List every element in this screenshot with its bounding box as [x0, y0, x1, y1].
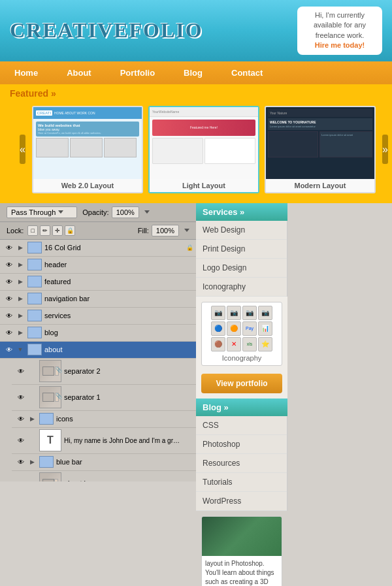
site-logo: CREATIVEFOLIO	[10, 18, 203, 42]
layer-row-blog[interactable]: 👁 ▶ blog	[0, 325, 196, 342]
nav-home[interactable]: Home	[0, 61, 52, 84]
sidebar-item-resources[interactable]: Resources	[196, 454, 287, 473]
hire-text: Hi, I'm currently available for any free…	[314, 11, 366, 39]
layer-row-aboutbg[interactable]: 👁 ▶ about bg	[12, 471, 196, 481]
lock-transparent-btn[interactable]: □	[27, 225, 38, 236]
featured-items: CREATI HOME ABOUT WORK CON We build webs…	[32, 106, 376, 193]
layer-row-services[interactable]: 👁 ▶ services	[0, 308, 196, 325]
layer-row-sep2[interactable]: 👁 ▶ 📎 separator 2	[12, 359, 196, 385]
featured-item-modern[interactable]: Your Nature WELCOME TO YOURNATURE Lorem …	[265, 106, 376, 193]
layer-eye-blog[interactable]: 👁	[3, 326, 16, 339]
layers-lock-row: Lock: □ ✏ ✛ 🔒 Fill: 100%	[0, 222, 196, 240]
icon-x1: ✕	[227, 337, 241, 351]
layer-eye-text[interactable]: 👁	[14, 434, 27, 447]
layer-thumb-16col	[27, 242, 42, 253]
nav-contact[interactable]: Contact	[217, 61, 277, 84]
layer-row-icons[interactable]: 👁 ▶ icons	[12, 411, 196, 428]
layer-row-featured[interactable]: 👁 ▶ featured	[0, 274, 196, 291]
blend-mode-select[interactable]: Pass Through	[7, 206, 77, 218]
layer-eye-bluebar[interactable]: 👁	[14, 455, 27, 468]
layer-row-sep1[interactable]: 👁 ▶ 📎 separator 1	[12, 385, 196, 411]
layer-thumb-featured	[27, 276, 42, 287]
sidebar-item-css[interactable]: CSS	[196, 416, 287, 435]
layer-row-navbar[interactable]: 👁 ▶ navigation bar	[0, 291, 196, 308]
layer-expand-bluebar[interactable]: ▶	[27, 457, 37, 466]
layer-thumb-sep1: 📎	[39, 386, 61, 408]
layer-eye-sep1[interactable]: 👁	[14, 391, 27, 404]
icon-app1: 🔵	[211, 321, 225, 336]
fill-arrow	[184, 229, 189, 232]
layer-eye-about[interactable]: 👁	[3, 343, 16, 356]
featured-item-web20[interactable]: CREATI HOME ABOUT WORK CON We build webs…	[32, 106, 143, 193]
featured-label: Featured »	[10, 88, 56, 99]
fill-value[interactable]: 100%	[152, 225, 179, 236]
layer-expand-featured[interactable]: ▶	[16, 277, 25, 286]
blog-header: Blog »	[196, 399, 287, 416]
layer-expand-icons[interactable]: ▶	[27, 414, 37, 423]
layers-toolbar: Pass Through Opacity: 100%	[0, 203, 196, 222]
layer-name-about: about	[44, 346, 193, 353]
layer-thumb-bluebar	[39, 456, 54, 468]
lock-icons: □ ✏ ✛ 🔒	[27, 225, 75, 236]
nav-blog[interactable]: Blog	[169, 61, 217, 84]
sidebar-item-photoshop[interactable]: Photoshop	[196, 435, 287, 454]
layer-eye-icons[interactable]: 👁	[14, 412, 27, 425]
layer-eye-header[interactable]: 👁	[3, 258, 16, 271]
icon-tbl1: 📊	[258, 321, 272, 336]
layer-expand-navbar[interactable]: ▶	[16, 294, 25, 303]
view-portfolio-btn[interactable]: View portfolio	[201, 374, 282, 393]
lock-position-btn[interactable]: ✛	[52, 225, 63, 236]
layer-eye-featured[interactable]: 👁	[3, 275, 16, 288]
layer-thumb-header	[27, 259, 42, 270]
layer-eye-sep2[interactable]: 👁	[14, 365, 27, 378]
featured-bar: Featured »	[0, 84, 392, 103]
layer-row-text[interactable]: 👁 ▶ T Hi, my name is John Doe and I'm a …	[12, 428, 196, 454]
lock-all-btn[interactable]: 🔒	[65, 225, 75, 236]
layer-eye-16col[interactable]: 👁	[3, 241, 16, 254]
sidebar-item-wordpress[interactable]: WordPress	[196, 492, 287, 511]
layer-thumb-text: T	[39, 429, 61, 451]
featured-item-light[interactable]: YourWebsiteName Featured me Here! Light …	[148, 106, 259, 193]
opacity-group: Opacity: 100%	[82, 206, 150, 218]
main-nav: Home About Portfolio Blog Contact	[0, 61, 392, 84]
layer-name-icons: icons	[56, 415, 193, 423]
icon-grid-title: Iconography	[205, 354, 278, 362]
opacity-value[interactable]: 100%	[112, 206, 139, 218]
sidebar-item-printdesign[interactable]: Print Design	[196, 240, 287, 259]
carousel-next[interactable]: »	[382, 135, 388, 164]
layer-name-bluebar: blue bar	[56, 458, 193, 466]
mock-web20: CREATI HOME ABOUT WORK CON We build webs…	[33, 107, 142, 179]
layer-name-featured: featured	[44, 278, 193, 285]
sidebar-item-iconography[interactable]: Iconography	[196, 278, 287, 297]
layer-expand-blog[interactable]: ▶	[16, 328, 25, 337]
hire-link[interactable]: Hire me today!	[315, 41, 365, 49]
featured-label-light: Light Layout	[150, 179, 258, 192]
layer-row-about[interactable]: 👁 ▼ about	[0, 342, 196, 359]
sidebar-item-logodesign[interactable]: Logo Design	[196, 259, 287, 278]
lock-pixels-btn[interactable]: ✏	[40, 225, 50, 236]
layer-row-bluebar[interactable]: 👁 ▶ blue bar	[12, 454, 196, 471]
sidebar-item-webdesign[interactable]: Web Design	[196, 221, 287, 240]
layer-eye-navbar[interactable]: 👁	[3, 292, 16, 305]
blog-preview: layout in Photoshop. You'll learn about …	[201, 516, 282, 586]
layer-eye-services[interactable]: 👁	[3, 309, 16, 322]
layer-eye-aboutbg[interactable]: 👁	[14, 477, 27, 481]
blend-mode-value: Pass Through	[11, 208, 56, 216]
layer-row-16col[interactable]: 👁 ▶ 16 Col Grid 🔒	[0, 240, 196, 257]
layer-expand-16col[interactable]: ▶	[16, 243, 25, 252]
site-header: CREATIVEFOLIO Hi, I'm currently availabl…	[0, 0, 392, 61]
icon-row-3: 🟤 ✕ xls ⭐	[205, 337, 278, 351]
layer-expand-services[interactable]: ▶	[16, 311, 25, 320]
layer-row-header[interactable]: 👁 ▶ header	[0, 257, 196, 274]
nav-portfolio[interactable]: Portfolio	[106, 61, 169, 84]
services-header: Services »	[196, 203, 287, 221]
layer-name-sep1: separator 1	[64, 393, 193, 401]
carousel-prev[interactable]: «	[20, 135, 25, 164]
sidebar-item-tutorials[interactable]: Tutorials	[196, 473, 287, 492]
featured-label-modern: Modern Layout	[266, 179, 374, 192]
layer-expand-about[interactable]: ▼	[16, 345, 25, 354]
layer-expand-header[interactable]: ▶	[16, 260, 25, 269]
layer-name-16col: 16 Col Grid	[44, 244, 183, 252]
layer-thumb-navbar	[27, 293, 42, 304]
nav-about[interactable]: About	[52, 61, 106, 84]
